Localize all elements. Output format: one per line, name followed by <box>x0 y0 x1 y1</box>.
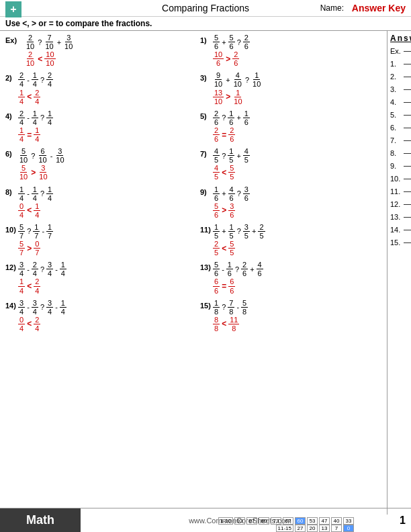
frac-1-4-4: 14 <box>32 109 38 126</box>
op-red-eq-5: = <box>222 130 226 140</box>
op-q14: ? <box>40 303 44 311</box>
frac-red-1-4-8: 14 <box>34 202 40 219</box>
frac-1-4-14: 14 <box>60 299 66 316</box>
op-red-gt-10: > <box>27 244 32 253</box>
frac-red-11-8-15: 118 <box>228 316 239 332</box>
op-q2: ? <box>40 76 44 84</box>
page-title: Comparing Fractions <box>162 3 249 13</box>
op-red-gt-9: > <box>222 206 226 215</box>
op-plus11b: + <box>252 227 256 235</box>
op-plus5: + <box>236 114 240 122</box>
frac-5-7-10a: 57 <box>18 223 25 240</box>
problem-14: 14) 34 - 34 ? 34 - 14 04 <box>5 299 187 332</box>
problem-3: 3) 910 + 410 ? 110 1310 > 110 <box>200 71 381 105</box>
problem-6-label: 6) <box>5 150 17 158</box>
stat-93: 93 <box>234 517 245 525</box>
page-number: 1 <box>400 515 406 527</box>
answer-item-label: 12. <box>390 200 404 208</box>
answer-line <box>404 204 411 205</box>
frac-1-5-7: 15 <box>228 147 234 164</box>
problem-7-answer: 45 < 55 <box>212 164 250 181</box>
answer-line <box>404 140 411 141</box>
op-red-lt-ex: < <box>38 54 42 64</box>
frac-red-3-10: 310 <box>38 164 48 181</box>
frac-red-0-4-14: 04 <box>18 316 25 332</box>
problem-2-content: 24 - 14 ? 24 14 < 24 <box>17 71 54 105</box>
answer-line <box>404 77 411 77</box>
op-red-lt-12: < <box>27 281 32 291</box>
op-minus15: - <box>236 303 239 311</box>
problem-6-question: 510 ? 610 - 310 <box>17 147 66 164</box>
frac-red-10-6: 106 <box>213 50 224 67</box>
problem-9-content: 16 + 46 ? 36 56 > 36 <box>212 185 250 219</box>
problem-1-question: 56 + 56 ? 26 <box>212 34 250 50</box>
frac-3-4-12b: 34 <box>46 261 53 277</box>
stat-20: 20 <box>307 525 318 532</box>
frac-1-4-12: 14 <box>60 261 66 277</box>
problem-ex-question: 210 ? 710 + 310 <box>24 34 75 50</box>
answer-line <box>404 166 411 167</box>
problem-8: 8) 14 - 14 ? 14 04 < 14 <box>5 185 187 219</box>
problem-9-label: 9) <box>200 188 212 196</box>
problem-8-label: 8) <box>5 188 17 196</box>
frac-7-8-15: 78 <box>228 299 234 316</box>
op-q9: ? <box>237 189 241 197</box>
op-minus10: - <box>42 227 44 235</box>
problem-10-content: 57 ? 17 - 17 57 > 07 <box>17 223 54 257</box>
header: + Comparing Fractions Name: Answer Key <box>0 0 411 17</box>
problems-area: Ex) 210 ? 710 + 310 210 < 1010 <box>0 31 387 515</box>
stat-13: 13 <box>319 525 330 532</box>
problem-12-answer: 14 < 24 <box>17 277 67 294</box>
problem-8-question: 14 - 14 ? 14 <box>17 185 54 202</box>
problem-3-content: 910 + 410 ? 110 1310 > 110 <box>212 71 263 105</box>
frac-1-7-10: 17 <box>33 223 40 240</box>
answer-item-label: 6. <box>390 124 404 132</box>
frac-red-6-6-13a: 66 <box>213 277 220 294</box>
stat-27: 27 <box>295 525 306 532</box>
op-minus14: - <box>27 303 30 311</box>
op-red-lt-8: < <box>27 206 32 215</box>
problem-13-content: 56 - 16 ? 26 + 46 66 = 66 <box>212 261 264 294</box>
op-red-lt-7: < <box>222 168 226 177</box>
problem-1-label: 1) <box>200 36 212 44</box>
op-q3: ? <box>245 76 249 84</box>
stat-33: 33 <box>343 517 354 525</box>
answer-item-label: 7. <box>390 136 404 144</box>
frac-red-1-4-12: 14 <box>18 277 25 294</box>
problem-10-label: 10) <box>5 226 17 234</box>
stat-60: 60 <box>295 517 306 525</box>
answer-item: 8.< <box>390 148 411 159</box>
answer-item: 13.= <box>390 212 411 222</box>
answer-item-label: Ex. <box>390 47 404 55</box>
stat-80: 80 <box>259 517 269 525</box>
answer-line <box>404 191 411 192</box>
problem-7: 7) 45 ? 15 + 45 45 < 55 <box>200 147 381 181</box>
problem-7-question: 45 ? 15 + 45 <box>212 147 250 164</box>
frac-3-4-14b: 34 <box>32 299 38 316</box>
problem-11-question: 15 + 15 ? 35 + 25 <box>212 223 266 240</box>
op-red-lt-11: < <box>222 244 226 253</box>
problem-9-question: 16 + 46 ? 36 <box>212 185 250 202</box>
content-area: Ex) 210 ? 710 + 310 210 < 1010 <box>0 31 411 515</box>
answer-item-label: 10. <box>390 175 404 183</box>
op-q10: ? <box>27 227 31 235</box>
frac-3-5-11: 35 <box>243 223 250 240</box>
frac-9-10-3: 910 <box>213 71 224 88</box>
problem-8-content: 14 - 14 ? 14 04 < 14 <box>17 185 54 219</box>
frac-red-2-6-5: 26 <box>213 126 220 143</box>
problem-2-label: 2) <box>5 74 17 82</box>
problem-14-content: 34 - 34 ? 34 - 14 04 < 24 <box>17 299 67 332</box>
op-red-lt-14: < <box>27 319 32 328</box>
answer-item-label: 5. <box>390 111 404 119</box>
problem-10-answer: 57 > 07 <box>17 240 54 257</box>
frac-1-7-10b: 17 <box>46 223 53 240</box>
problem-14-answer: 04 < 24 <box>17 316 67 332</box>
problem-2-answer: 14 < 24 <box>17 89 54 105</box>
answer-item-label: 9. <box>390 162 404 170</box>
math-label: Math <box>0 508 81 533</box>
op-plus7: + <box>236 152 240 160</box>
problem-1: 1) 56 + 56 ? 26 106 > 26 <box>200 34 381 67</box>
frac-2-4-b: 24 <box>46 71 53 88</box>
frac-red-2-4: 24 <box>34 89 40 105</box>
frac-2-4-4a: 24 <box>18 109 25 126</box>
